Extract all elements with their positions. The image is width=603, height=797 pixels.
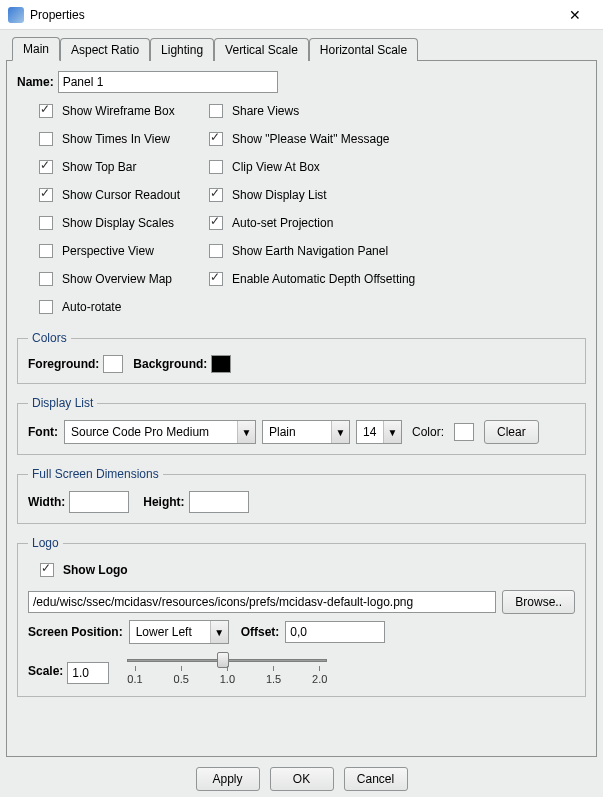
- tab-panel-main: Name: Show Wireframe Box Share Views Sho…: [6, 60, 597, 757]
- checkbox-grid: Show Wireframe Box Share Views Show Time…: [35, 101, 586, 317]
- dialog-buttons: Apply OK Cancel: [6, 757, 597, 791]
- cb-label: Show "Please Wait" Message: [232, 132, 389, 146]
- scale-input[interactable]: [67, 662, 109, 684]
- logo-group: Logo Show Logo Browse.. Screen Position:…: [17, 536, 586, 697]
- screen-position-value: Lower Left: [130, 625, 210, 639]
- clear-button[interactable]: Clear: [484, 420, 539, 444]
- app-icon: [8, 7, 24, 23]
- font-family-select[interactable]: Source Code Pro Medium ▼: [64, 420, 256, 444]
- cb-label: Show Earth Navigation Panel: [232, 244, 388, 258]
- content-area: Main Aspect Ratio Lighting Vertical Scal…: [0, 30, 603, 797]
- cb-label: Clip View At Box: [232, 160, 320, 174]
- cb-label: Show Cursor Readout: [62, 188, 180, 202]
- scale-slider[interactable]: 0.1 0.5 1.0 1.5 2.0: [127, 650, 327, 686]
- cb-label: Show Display List: [232, 188, 327, 202]
- ok-button[interactable]: OK: [270, 767, 334, 791]
- full-screen-legend: Full Screen Dimensions: [28, 467, 163, 481]
- cancel-button[interactable]: Cancel: [344, 767, 408, 791]
- cb-label: Enable Automatic Depth Offsetting: [232, 272, 415, 286]
- slider-ticks: 0.1 0.5 1.0 1.5 2.0: [127, 666, 327, 685]
- cb-label: Show Top Bar: [62, 160, 137, 174]
- cb-auto-set-projection[interactable]: [209, 216, 223, 230]
- show-logo-label: Show Logo: [63, 563, 128, 577]
- close-button[interactable]: ✕: [555, 7, 595, 23]
- width-input[interactable]: [69, 491, 129, 513]
- cb-label: Show Display Scales: [62, 216, 174, 230]
- tab-aspect-ratio[interactable]: Aspect Ratio: [60, 38, 150, 61]
- scale-label: Scale:: [28, 664, 63, 678]
- tab-main[interactable]: Main: [12, 37, 60, 61]
- chevron-down-icon: ▼: [210, 621, 228, 643]
- tick-label: 1.5: [266, 666, 281, 685]
- cb-enable-auto-depth-offset[interactable]: [209, 272, 223, 286]
- name-label: Name:: [17, 75, 54, 89]
- tick-label: 0.5: [174, 666, 189, 685]
- chevron-down-icon: ▼: [331, 421, 349, 443]
- cb-label: Show Overview Map: [62, 272, 172, 286]
- cb-label: Show Wireframe Box: [62, 104, 175, 118]
- tab-bar: Main Aspect Ratio Lighting Vertical Scal…: [12, 36, 597, 60]
- cb-clip-view-at-box[interactable]: [209, 160, 223, 174]
- color-label: Color:: [412, 425, 444, 439]
- font-size-select[interactable]: 14 ▼: [356, 420, 402, 444]
- background-label: Background:: [133, 357, 207, 371]
- name-input[interactable]: [58, 71, 278, 93]
- width-label: Width:: [28, 495, 65, 509]
- cb-show-please-wait[interactable]: [209, 132, 223, 146]
- cb-show-earth-nav-panel[interactable]: [209, 244, 223, 258]
- cb-label: Perspective View: [62, 244, 154, 258]
- screen-position-select[interactable]: Lower Left ▼: [129, 620, 229, 644]
- font-style-select[interactable]: Plain ▼: [262, 420, 350, 444]
- logo-path-input[interactable]: [28, 591, 496, 613]
- screen-position-label: Screen Position:: [28, 625, 123, 639]
- cb-show-display-scales[interactable]: [39, 216, 53, 230]
- cb-show-logo[interactable]: [40, 563, 54, 577]
- display-list-color-swatch[interactable]: [454, 423, 474, 441]
- cb-label: Auto-rotate: [62, 300, 121, 314]
- cb-perspective-view[interactable]: [39, 244, 53, 258]
- cb-show-display-list[interactable]: [209, 188, 223, 202]
- window-title: Properties: [30, 8, 555, 22]
- chevron-down-icon: ▼: [383, 421, 401, 443]
- tab-vertical-scale[interactable]: Vertical Scale: [214, 38, 309, 61]
- height-label: Height:: [143, 495, 184, 509]
- tick-label: 0.1: [127, 666, 142, 685]
- background-swatch[interactable]: [211, 355, 231, 373]
- cb-show-cursor-readout[interactable]: [39, 188, 53, 202]
- cb-show-overview-map[interactable]: [39, 272, 53, 286]
- cb-auto-rotate[interactable]: [39, 300, 53, 314]
- height-input[interactable]: [189, 491, 249, 513]
- logo-legend: Logo: [28, 536, 63, 550]
- full-screen-group: Full Screen Dimensions Width: Height:: [17, 467, 586, 524]
- offset-input[interactable]: [285, 621, 385, 643]
- font-style-value: Plain: [263, 425, 331, 439]
- foreground-label: Foreground:: [28, 357, 99, 371]
- foreground-swatch[interactable]: [103, 355, 123, 373]
- cb-label: Share Views: [232, 104, 299, 118]
- font-label: Font:: [28, 425, 58, 439]
- tick-label: 1.0: [220, 666, 235, 685]
- cb-show-top-bar[interactable]: [39, 160, 53, 174]
- tab-lighting[interactable]: Lighting: [150, 38, 214, 61]
- colors-legend: Colors: [28, 331, 71, 345]
- cb-show-times-in-view[interactable]: [39, 132, 53, 146]
- chevron-down-icon: ▼: [237, 421, 255, 443]
- display-list-legend: Display List: [28, 396, 97, 410]
- titlebar: Properties ✕: [0, 0, 603, 30]
- display-list-group: Display List Font: Source Code Pro Mediu…: [17, 396, 586, 455]
- font-family-value: Source Code Pro Medium: [65, 425, 237, 439]
- cb-show-wireframe-box[interactable]: [39, 104, 53, 118]
- tab-horizontal-scale[interactable]: Horizontal Scale: [309, 38, 418, 61]
- offset-label: Offset:: [241, 625, 280, 639]
- tick-label: 2.0: [312, 666, 327, 685]
- apply-button[interactable]: Apply: [196, 767, 260, 791]
- cb-label: Show Times In View: [62, 132, 170, 146]
- colors-group: Colors Foreground: Background:: [17, 331, 586, 384]
- font-size-value: 14: [357, 425, 383, 439]
- browse-button[interactable]: Browse..: [502, 590, 575, 614]
- cb-share-views[interactable]: [209, 104, 223, 118]
- cb-label: Auto-set Projection: [232, 216, 333, 230]
